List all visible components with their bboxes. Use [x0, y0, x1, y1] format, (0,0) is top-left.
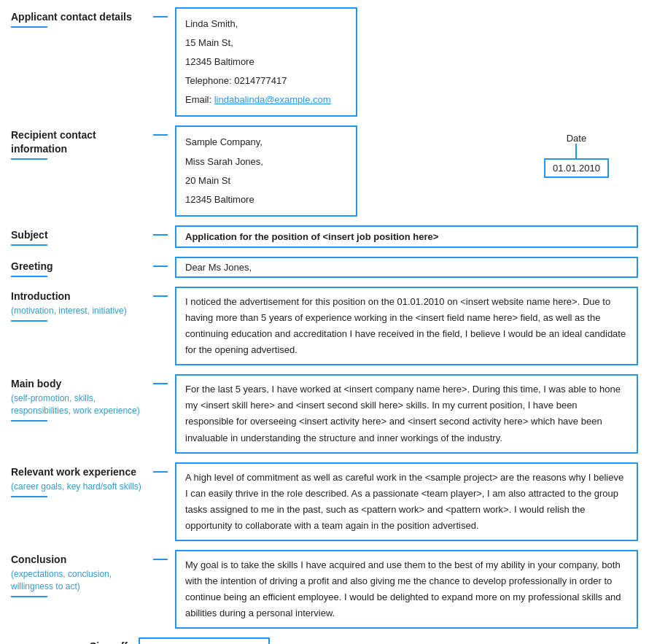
recipient-label-col: Recipient contact information: [11, 125, 146, 159]
conclusion-underline: [11, 596, 47, 597]
introduction-connector: [153, 295, 168, 297]
applicant-line-5: Email: lindabalinda@example.com: [185, 90, 347, 109]
relevant-work-sub: (career goals, key hard/soft skills): [11, 481, 146, 493]
greeting-label-col: Greeting: [11, 257, 146, 277]
signoff-row: Sign off Yours sincerely,: [47, 637, 638, 644]
main-body-connector: [153, 383, 168, 384]
subject-label: Subject: [11, 228, 146, 241]
relevant-work-label-col: Relevant work experience (career goals, …: [11, 462, 146, 497]
main-body-label: Main body: [11, 377, 146, 390]
greeting-section: Greeting Dear Ms Jones,: [11, 257, 638, 278]
conclusion-label: Conclusion: [11, 553, 146, 566]
date-label: Date: [567, 133, 586, 144]
applicant-box: Linda Smith, 15 Main St, 12345 Baltimore…: [175, 7, 357, 117]
applicant-underline: [11, 26, 47, 28]
applicant-label: Applicant contact details: [11, 10, 146, 23]
greeting-connector: [153, 265, 168, 267]
relevant-work-connector: [153, 471, 168, 473]
subject-connector: [153, 234, 168, 236]
greeting-underline: [11, 276, 47, 277]
main-body-label-col: Main body (self-promotion, skills, respo…: [11, 374, 146, 422]
applicant-email: lindabalinda@example.com: [214, 94, 331, 105]
applicant-section: Applicant contact details Linda Smith, 1…: [11, 7, 638, 117]
recipient-section: Recipient contact information Sample Com…: [11, 125, 544, 216]
date-connector: [575, 144, 577, 158]
recipient-underline: [11, 158, 47, 160]
subject-section: Subject Application for the position of …: [11, 225, 638, 248]
conclusion-sub: (expectations, conclusion, willingness t…: [11, 568, 146, 593]
conclusion-label-col: Conclusion (expectations, conclusion, wi…: [11, 550, 146, 597]
greeting-box: Dear Ms Jones,: [175, 257, 638, 278]
conclusion-section: Conclusion (expectations, conclusion, wi…: [11, 550, 638, 629]
applicant-connector: [153, 16, 168, 18]
letter-layout: Applicant contact details Linda Smith, 1…: [11, 7, 638, 644]
applicant-line-1: Linda Smith,: [185, 15, 347, 34]
recipient-label: Recipient contact information: [11, 128, 146, 155]
recipient-date-row: Recipient contact information Sample Com…: [11, 125, 638, 216]
subject-label-col: Subject: [11, 225, 146, 246]
conclusion-box: My goal is to take the skills I have acq…: [175, 550, 638, 629]
date-box: 01.01.2010: [544, 158, 609, 178]
relevant-work-section: Relevant work experience (career goals, …: [11, 462, 638, 541]
recipient-line-2: Miss Sarah Jones,: [185, 152, 347, 171]
applicant-label-col: Applicant contact details: [11, 7, 146, 28]
main-body-underline: [11, 420, 47, 422]
introduction-label-col: Introduction (motivation, interest, init…: [11, 287, 146, 322]
subject-box: Application for the position of <insert …: [175, 225, 638, 248]
bottom-section: Sign off Yours sincerely, Signature <Ins…: [11, 637, 638, 644]
main-body-sub: (self-promotion, skills, responsibilitie…: [11, 392, 146, 417]
conclusion-connector: [153, 559, 168, 560]
recipient-connector: [153, 134, 168, 136]
applicant-line-2: 15 Main St,: [185, 34, 347, 53]
introduction-underline: [11, 320, 47, 322]
relevant-work-underline: [11, 496, 47, 497]
relevant-work-box: A high level of commitment as well as ca…: [175, 462, 638, 541]
applicant-line-3: 12345 Baltimore: [185, 53, 347, 71]
recipient-line-3: 20 Main St: [185, 171, 347, 190]
main-body-section: Main body (self-promotion, skills, respo…: [11, 374, 638, 453]
greeting-label: Greeting: [11, 260, 146, 273]
recipient-box: Sample Company, Miss Sarah Jones, 20 Mai…: [175, 125, 357, 216]
subject-underline: [11, 244, 47, 246]
recipient-line-1: Sample Company,: [185, 133, 347, 152]
introduction-box: I noticed the advertisement for this pos…: [175, 287, 638, 365]
signoff-label: Sign off: [47, 637, 128, 644]
recipient-line-4: 12345 Baltimore: [185, 190, 347, 209]
relevant-work-label: Relevant work experience: [11, 465, 146, 478]
introduction-section: Introduction (motivation, interest, init…: [11, 287, 638, 365]
introduction-sub: (motivation, interest, initiative): [11, 305, 146, 317]
main-body-box: For the last 5 years, I have worked at <…: [175, 374, 638, 453]
signoff-box: Yours sincerely,: [139, 637, 270, 644]
applicant-line-4: Telephone: 0214777417: [185, 71, 347, 90]
date-section: Date 01.01.2010: [544, 133, 609, 178]
introduction-label: Introduction: [11, 290, 146, 303]
